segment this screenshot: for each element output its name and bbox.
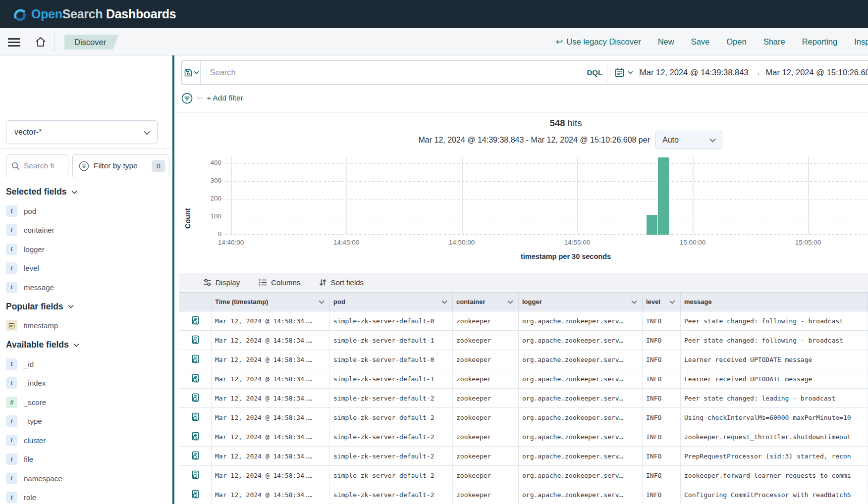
date-quick-select-button[interactable] — [607, 67, 639, 78]
saved-query-menu-button[interactable] — [182, 61, 201, 84]
inspect-document-icon[interactable] — [179, 485, 212, 504]
sidebar-field-_type[interactable]: t_type — [0, 412, 172, 431]
section-title-available-fields[interactable]: Available fields — [0, 335, 172, 354]
field-search-input[interactable] — [24, 161, 54, 170]
interval-select[interactable]: Auto — [655, 131, 722, 149]
inspect-document-icon[interactable] — [179, 331, 212, 350]
cell-container: zookeeper — [453, 350, 519, 369]
date-range-end[interactable]: Mar 12, 2024 @ 15:10:26.608 — [766, 68, 868, 77]
sidebar-resize-handle[interactable] — [172, 55, 174, 504]
sidebar-field-_index[interactable]: t_index — [0, 374, 172, 393]
histogram-bar-14:58:00[interactable] — [647, 215, 657, 235]
cell-container: zookeeper — [453, 389, 519, 407]
filter-by-type-button[interactable]: Filter by type 0 — [72, 154, 169, 177]
cell-container: zookeeper — [453, 369, 519, 388]
cell-message: Peer state changed: following - broadcas… — [681, 311, 868, 330]
cell-message: Using checkIntervalMs=60000 maxPerMinute… — [681, 408, 868, 427]
column-header-logger[interactable]: logger — [519, 293, 643, 311]
divider — [0, 149, 172, 149]
sidebar-field-cluster[interactable]: tcluster — [0, 431, 172, 450]
inspect-document-icon[interactable] — [179, 427, 212, 446]
sidebar-field-timestamp[interactable]: timestamp — [0, 316, 172, 336]
nav-action-use-legacy-discover[interactable]: ↩Use legacy Discover — [556, 37, 641, 47]
column-label: Time (timestamp) — [215, 298, 268, 305]
sidebar-field-message[interactable]: tmessage — [0, 278, 172, 297]
filter-count-badge: 0 — [152, 160, 165, 172]
column-header-container[interactable]: container — [453, 293, 519, 311]
cell-pod: simple-zk-server-default-0 — [330, 350, 453, 369]
field-name: level — [24, 264, 39, 272]
sidebar-field-role[interactable]: trole — [0, 488, 172, 504]
undo-icon: ↩ — [556, 37, 563, 47]
table-row: Mar 12, 2024 @ 14:58:34.…simple-zk-serve… — [179, 408, 868, 427]
histogram-bar-14:58:30[interactable] — [658, 157, 669, 235]
cell-message: Peer state changed: following - broadcas… — [681, 331, 868, 350]
inspect-document-icon[interactable] — [179, 350, 212, 369]
column-header-pod[interactable]: pod — [330, 293, 453, 311]
sidebar-field-_score[interactable]: #_score — [0, 393, 172, 412]
inspect-document-icon[interactable] — [179, 369, 212, 388]
columns-button[interactable]: Columns — [259, 278, 300, 287]
list-icon — [259, 278, 267, 287]
nav-action-label: Open — [726, 37, 746, 47]
inspect-document-icon[interactable] — [179, 311, 212, 330]
sidebar-field-container[interactable]: tcontainer — [0, 221, 172, 240]
home-icon[interactable] — [35, 37, 47, 48]
column-header-message[interactable]: message — [681, 293, 868, 311]
cell-level: INFO — [643, 485, 681, 504]
section-title-popular-fields[interactable]: Popular fields — [0, 297, 172, 316]
gridline-x-14:55:00 — [577, 157, 578, 235]
filter-icon — [79, 161, 89, 171]
sidebar-field-logger[interactable]: tlogger — [0, 240, 172, 259]
cell-time: Mar 12, 2024 @ 14:58:34.… — [212, 369, 330, 388]
inspect-document-icon[interactable] — [179, 447, 212, 465]
cell-logger: org.apache.zookeeper.serv… — [519, 369, 643, 388]
sidebar-field-pod[interactable]: tpod — [0, 202, 172, 221]
menu-icon[interactable] — [8, 38, 20, 47]
x-tick-14:45:00: 14:45:00 — [329, 239, 364, 246]
table-row: Mar 12, 2024 @ 14:58:34.…simple-zk-serve… — [179, 311, 868, 331]
inspect-document-icon[interactable] — [179, 389, 212, 407]
sidebar-field-level[interactable]: tlevel — [0, 259, 172, 278]
nav-action-label: Share — [763, 37, 785, 47]
nav-action-open[interactable]: Open — [726, 37, 746, 47]
search-input[interactable] — [210, 68, 546, 77]
display-button[interactable]: Display — [203, 278, 240, 287]
date-range-start[interactable]: Mar 12, 2024 @ 14:39:38.843 — [640, 68, 749, 77]
column-header-time[interactable]: Time (timestamp) — [212, 293, 330, 311]
sidebar-field-namespace[interactable]: tnamespace — [0, 469, 172, 488]
cell-logger: org.apache.zookeeper.serv… — [519, 389, 643, 407]
cell-pod: simple-zk-server-default-2 — [330, 447, 453, 465]
section-title-selected-fields[interactable]: Selected fields — [0, 182, 172, 202]
inspect-document-icon[interactable] — [179, 408, 212, 427]
cell-message: zookeeper.request_throttler.shutdownTime… — [681, 427, 868, 446]
nav-action-inspect[interactable]: Inspect — [854, 37, 868, 47]
breadcrumb[interactable]: Discover — [64, 35, 119, 50]
cell-time: Mar 12, 2024 @ 14:58:34.… — [212, 389, 330, 407]
cell-pod: simple-zk-server-default-2 — [330, 389, 453, 407]
nav-action-reporting[interactable]: Reporting — [802, 37, 838, 47]
table-row: Mar 12, 2024 @ 14:58:34.…simple-zk-serve… — [179, 389, 868, 408]
nav-action-label: New — [658, 37, 674, 47]
sidebar-field-_id[interactable]: t_id — [0, 354, 172, 374]
field-name: message — [24, 283, 54, 292]
sidebar-field-file[interactable]: tfile — [0, 450, 172, 469]
column-header-level[interactable]: level — [643, 293, 681, 311]
nav-action-share[interactable]: Share — [763, 37, 785, 47]
cell-container: zookeeper — [453, 311, 519, 330]
index-pattern-select[interactable]: vector-* — [6, 120, 158, 144]
add-filter-button[interactable]: + Add filter — [207, 94, 243, 102]
nav-action-new[interactable]: New — [658, 37, 674, 47]
x-tick-14:50:00: 14:50:00 — [444, 239, 479, 246]
opensearch-logo[interactable]: OpenSearch Dashboards — [13, 7, 176, 21]
histogram-chart[interactable] — [225, 157, 868, 235]
y-axis-title: Count — [184, 174, 192, 229]
inspect-document-icon[interactable] — [179, 466, 212, 485]
date-field-icon — [6, 320, 17, 331]
cell-pod: simple-zk-server-default-2 — [330, 466, 453, 485]
filter-circle-icon[interactable] — [181, 93, 193, 104]
nav-action-save[interactable]: Save — [691, 37, 710, 47]
field-search[interactable] — [6, 154, 68, 177]
sort-fields-button[interactable]: Sort fields — [319, 278, 364, 287]
query-language-button[interactable]: DQL — [582, 61, 607, 84]
